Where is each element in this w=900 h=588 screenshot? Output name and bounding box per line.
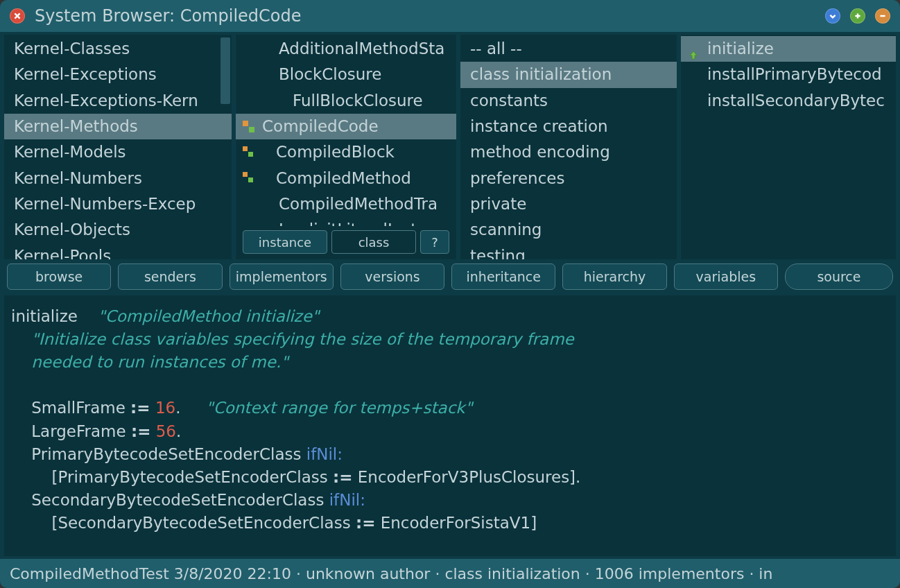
protocol-item[interactable]: constants [460,88,677,114]
class-item[interactable]: CompiledMethodTra [236,191,456,217]
code-text: EncoderForV3PlusClosures]. [352,468,580,486]
code-keyword: ifNil: [329,491,365,509]
code-number: 16 [150,399,176,417]
code-text: SecondaryBytecodeSetEncoderClass [31,491,329,509]
method-item[interactable]: initialize [681,36,896,62]
class-list[interactable]: AdditionalMethodSta BlockClosure FullBlo… [236,35,456,226]
protocol-item[interactable]: method encoding [460,139,677,165]
method-label: installPrimaryBytecod [707,63,882,86]
protocol-list[interactable]: -- all -- class initialization constants… [460,35,677,259]
help-button[interactable]: ? [420,230,449,254]
class-pane: AdditionalMethodSta BlockClosure FullBlo… [236,35,456,259]
class-hierarchy-icon [243,121,255,133]
protocol-item[interactable]: -- all -- [460,36,677,62]
code-comment: "Initialize class variables specifying t… [31,330,573,348]
class-label: BlockClosure [279,63,381,86]
variables-button[interactable]: variables [674,263,778,290]
titlebar: System Browser: CompiledCode [0,0,900,32]
class-item[interactable]: CompiledBlock [236,139,456,165]
class-item[interactable]: CompiledMethod [236,166,456,191]
category-item[interactable]: Kernel-Numbers [4,166,232,191]
protocol-item[interactable]: instance creation [460,114,677,139]
class-side-switch: instance class ? [236,226,456,259]
source-button[interactable]: source [785,263,893,290]
category-item[interactable]: Kernel-Models [4,139,232,165]
arrow-up-icon [688,44,699,55]
code-text: [SecondaryBytecodeSetEncoderClass [52,514,356,532]
method-pane: initialize installPrimaryBytecod install… [681,35,896,259]
category-item[interactable]: Kernel-Objects [4,217,232,243]
category-item[interactable]: Kernel-Numbers-Excep [4,191,232,217]
code-keyword: ifNil: [306,445,343,463]
class-button[interactable]: class [331,230,416,254]
code-selector: initialize [11,307,78,325]
code-text: PrimaryBytecodeSetEncoderClass [31,445,306,463]
method-item[interactable]: installPrimaryBytecod [681,62,896,87]
protocol-item[interactable]: scanning [460,217,677,243]
hierarchy-button[interactable]: hierarchy [562,263,666,290]
method-label: initialize [707,37,774,60]
method-list[interactable]: initialize installPrimaryBytecod install… [681,35,896,259]
category-item[interactable]: Kernel-Exceptions [4,62,232,87]
senders-button[interactable]: senders [118,263,222,290]
inheritance-button[interactable]: inheritance [451,263,555,290]
code-text: . [176,422,181,440]
code-text: [PrimaryBytecodeSetEncoderClass [52,468,334,486]
code-number: 56 [150,422,176,440]
category-list[interactable]: Kernel-Classes Kernel-Exceptions Kernel-… [4,35,232,259]
versions-button[interactable]: versions [340,263,444,290]
code-comment: "Context range for temps+stack" [206,399,472,417]
code-text: EncoderForSistaV1] [375,514,537,532]
code-comment: needed to run instances of me." [31,353,288,371]
class-item[interactable]: ImplicitLiteralInstruc [236,217,456,226]
category-item[interactable]: Kernel-Exceptions-Kern [4,88,232,114]
close-icon[interactable] [10,8,25,24]
code-assign: := [131,422,150,440]
scrollbar-thumb[interactable] [220,37,230,104]
collapse-icon[interactable] [825,8,840,24]
protocol-item[interactable]: testing [460,243,677,259]
protocol-item[interactable]: preferences [460,166,677,191]
code-comment: "CompiledMethod initialize" [98,307,319,325]
category-pane: Kernel-Classes Kernel-Exceptions Kernel-… [4,35,232,259]
class-label: CompiledMethod [262,167,411,190]
code-pane[interactable]: initialize "CompiledMethod initialize" "… [4,295,896,556]
class-label: CompiledCode [262,115,379,138]
category-item[interactable]: Kernel-Pools [4,243,232,259]
window: System Browser: CompiledCode Kernel-Clas… [0,0,900,588]
code-assign: := [356,514,375,532]
category-item[interactable]: Kernel-Methods [4,114,232,139]
code-assign: := [130,399,150,417]
protocol-item[interactable]: private [460,191,677,217]
method-item[interactable]: installSecondaryBytec [681,88,896,114]
class-item[interactable]: BlockClosure [236,62,456,87]
protocol-pane: -- all -- class initialization constants… [460,35,677,259]
window-title: System Browser: CompiledCode [35,6,815,26]
protocol-item[interactable]: class initialization [460,62,677,87]
implementors-button[interactable]: implementors [230,263,334,290]
status-bar: CompiledMethodTest 3/8/2020 22:10 · unkn… [0,559,900,588]
method-label: installSecondaryBytec [707,89,885,112]
class-hierarchy-icon [243,172,255,184]
class-hierarchy-icon [243,146,255,159]
code-text: . [175,399,180,417]
class-label: CompiledBlock [262,141,395,164]
class-item[interactable]: AdditionalMethodSta [236,36,456,62]
code-text: SmallFrame [31,399,130,417]
class-label: FullBlockClosure [293,89,423,112]
instance-button[interactable]: instance [243,230,327,254]
class-label: CompiledMethodTra [279,193,438,216]
browse-button[interactable]: browse [7,263,111,290]
class-label: ImplicitLiteralInstruc [279,218,442,226]
expand-icon[interactable] [850,8,865,24]
code-assign: := [333,468,352,486]
toolbar: browse senders implementors versions inh… [0,259,900,294]
minimize-icon[interactable] [875,8,890,24]
class-item[interactable]: FullBlockClosure [236,88,456,114]
browser-panes: Kernel-Classes Kernel-Exceptions Kernel-… [0,32,900,259]
class-item[interactable]: CompiledCode [236,114,456,139]
class-label: AdditionalMethodSta [279,37,444,60]
code-text: LargeFrame [31,422,131,440]
status-text: CompiledMethodTest 3/8/2020 22:10 · unkn… [10,565,772,582]
category-item[interactable]: Kernel-Classes [4,36,232,62]
